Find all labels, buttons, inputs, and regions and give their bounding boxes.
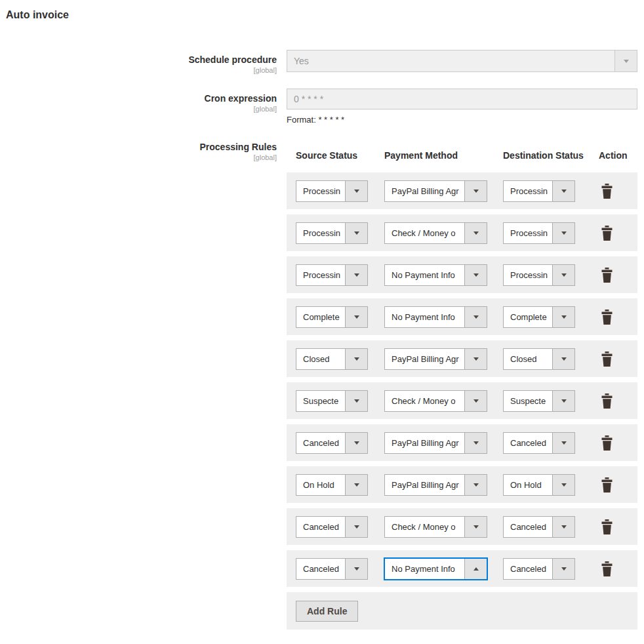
payment-method-select-value: Check / Money o [385, 391, 464, 411]
trash-icon [601, 184, 613, 199]
table-row: CanceledPayPal Billing AgrCanceled [287, 424, 637, 461]
trash-icon [601, 435, 613, 451]
trash-icon [601, 226, 613, 241]
source-status-select-value: On Hold [296, 475, 345, 495]
schedule-procedure-label: Schedule procedure [0, 54, 277, 65]
chevron-down-icon [345, 559, 367, 579]
chevron-down-icon [345, 181, 367, 201]
table-row: SuspecteCheck / Money oSuspecte [287, 382, 637, 419]
chevron-down-icon [552, 223, 574, 243]
trash-icon [601, 268, 613, 283]
chevron-down-icon [464, 307, 487, 327]
delete-rule-button[interactable] [599, 309, 614, 325]
chevron-down-icon [614, 50, 637, 71]
cron-format-note: Format: * * * * * [287, 115, 637, 125]
payment-method-select[interactable]: PayPal Billing Agr [384, 432, 487, 454]
chevron-down-icon [464, 265, 487, 285]
chevron-down-icon [552, 349, 574, 369]
payment-method-select-value: PayPal Billing Agr [385, 475, 464, 495]
destination-status-select[interactable]: Suspecte [503, 390, 575, 412]
payment-method-select-value: No Payment Info [385, 559, 464, 579]
destination-status-select[interactable]: Canceled [503, 516, 575, 538]
trash-icon [601, 477, 613, 493]
source-status-select[interactable]: Canceled [296, 558, 368, 580]
payment-method-select[interactable]: No Payment Info [384, 558, 487, 580]
delete-rule-button[interactable] [599, 267, 614, 283]
payment-method-select[interactable]: Check / Money o [384, 516, 487, 538]
chevron-down-icon [552, 559, 574, 579]
source-status-select-value: Canceled [296, 517, 345, 537]
destination-status-select-value: Closed [504, 349, 552, 369]
source-status-select-value: Processin [296, 181, 345, 201]
delete-rule-button[interactable] [599, 519, 614, 534]
chevron-down-icon [552, 517, 574, 537]
table-row: ProcessinNo Payment InfoProcessin [287, 256, 637, 293]
schedule-procedure-value: Yes [287, 50, 614, 71]
payment-method-select[interactable]: PayPal Billing Agr [384, 180, 487, 202]
destination-status-select[interactable]: Processin [503, 222, 575, 244]
payment-method-select[interactable]: PayPal Billing Agr [384, 348, 487, 370]
source-status-select[interactable]: Canceled [296, 516, 368, 538]
column-header-destination-status: Destination Status [503, 150, 599, 161]
source-status-select[interactable]: Complete [296, 306, 368, 328]
destination-status-select[interactable]: Canceled [503, 558, 575, 580]
source-status-select[interactable]: Processin [296, 264, 368, 286]
payment-method-select[interactable]: Check / Money o [384, 222, 487, 244]
source-status-select[interactable]: Closed [296, 348, 368, 370]
source-status-select[interactable]: Processin [296, 222, 368, 244]
source-status-select-value: Closed [296, 349, 345, 369]
delete-rule-button[interactable] [599, 435, 614, 451]
cron-expression-label: Cron expression [0, 93, 277, 104]
scope-badge: [global] [0, 153, 277, 162]
chevron-down-icon [345, 517, 367, 537]
table-row: CompleteNo Payment InfoComplete [287, 298, 637, 335]
add-rule-button[interactable]: Add Rule [296, 601, 358, 622]
destination-status-select[interactable]: Closed [503, 348, 575, 370]
trash-icon [601, 393, 613, 409]
chevron-down-icon [552, 391, 574, 411]
source-status-select[interactable]: Processin [296, 180, 368, 202]
destination-status-select[interactable]: Complete [503, 306, 575, 328]
destination-status-select-value: On Hold [504, 475, 552, 495]
source-status-select-value: Processin [296, 223, 345, 243]
destination-status-select[interactable]: On Hold [503, 474, 575, 496]
trash-icon [601, 310, 613, 325]
delete-rule-button[interactable] [599, 561, 614, 576]
destination-status-select-value: Processin [504, 223, 552, 243]
chevron-down-icon [464, 391, 487, 411]
payment-method-select-value: PayPal Billing Agr [385, 181, 464, 201]
chevron-down-icon [464, 223, 487, 243]
payment-method-select[interactable]: No Payment Info [384, 306, 487, 328]
payment-method-select[interactable]: Check / Money o [384, 390, 487, 412]
destination-status-select-value: Canceled [504, 517, 552, 537]
processing-rules-table: Source Status Payment Method Destination… [287, 138, 637, 630]
chevron-down-icon [345, 433, 367, 453]
source-status-select-value: Canceled [296, 559, 345, 579]
source-status-select[interactable]: On Hold [296, 474, 368, 496]
delete-rule-button[interactable] [599, 225, 614, 241]
destination-status-select-value: Processin [504, 181, 552, 201]
delete-rule-button[interactable] [599, 477, 614, 493]
chevron-down-icon [345, 265, 367, 285]
column-header-payment-method: Payment Method [384, 150, 503, 161]
destination-status-select-value: Complete [504, 307, 552, 327]
table-row: ClosedPayPal Billing AgrClosed [287, 340, 637, 377]
destination-status-select[interactable]: Canceled [503, 432, 575, 454]
chevron-down-icon [345, 391, 367, 411]
page-title: Auto invoice [0, 0, 644, 21]
chevron-down-icon [464, 517, 487, 537]
destination-status-select[interactable]: Processin [503, 180, 575, 202]
scope-badge: [global] [0, 66, 277, 75]
payment-method-select[interactable]: PayPal Billing Agr [384, 474, 487, 496]
payment-method-select-value: No Payment Info [385, 265, 464, 285]
payment-method-select[interactable]: No Payment Info [384, 264, 487, 286]
source-status-select[interactable]: Canceled [296, 432, 368, 454]
delete-rule-button[interactable] [599, 183, 614, 199]
payment-method-select-value: Check / Money o [385, 223, 464, 243]
delete-rule-button[interactable] [599, 393, 614, 409]
chevron-down-icon [345, 307, 367, 327]
delete-rule-button[interactable] [599, 351, 614, 367]
source-status-select[interactable]: Suspecte [296, 390, 368, 412]
destination-status-select[interactable]: Processin [503, 264, 575, 286]
payment-method-select-value: PayPal Billing Agr [385, 349, 464, 369]
